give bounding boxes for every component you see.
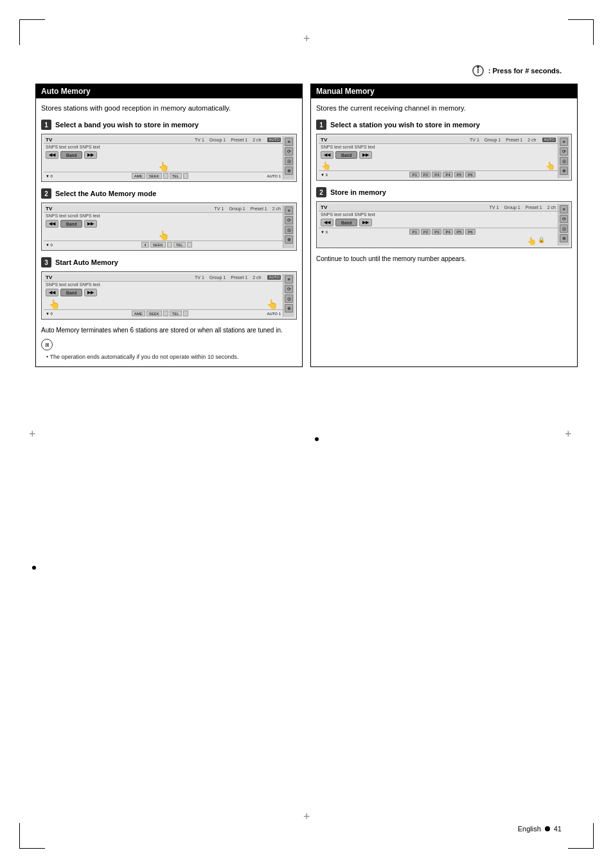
manual-tv-bottom-2: ▼ 3 P1 P2 P3 P4 P5 P6 [319,228,558,235]
manual-memory-step-1: 1 Select a station you wish to store in … [316,120,572,181]
corner-mark-br [568,823,594,849]
step-2-label: Select the Auto Memory mode [55,190,156,197]
manual-tv-presets-2: P1 P2 P3 P4 P5 P6 [329,229,556,235]
tv-main-2: TV TV 1 Group 1 Preset 1 2 ch SNPS text … [44,205,283,248]
side-icon-2b: ⟳ [285,216,293,224]
tv-blank-3 [163,311,168,316]
auto-memory-note-icon-row: ⊞ [41,339,297,350]
tv-next-btn-2[interactable]: ▶▶ [84,220,97,228]
manual-tv-label-1: TV [321,137,327,143]
tv-scroll-1: SNPS text scroll SNPS text [46,145,281,149]
auto-memory-note: Auto Memory terminates when 6 stations a… [41,326,297,335]
manual-tv-band-1[interactable]: Band [335,151,357,159]
manual-tv-band-2[interactable]: Band [335,219,357,226]
manual-preset-p5[interactable]: P5 [454,172,464,177]
auto-memory-step-1: 1 Select a band you wish to store in mem… [41,120,297,182]
manual-touch-hand-1a: 👆 [321,161,331,170]
manual-preset-p1[interactable]: P1 [409,172,419,177]
side-icon-1b: ⟳ [285,147,293,156]
tv-vol-2: ▼ 0 [46,243,53,247]
tv-seek-2[interactable]: SEEK [150,242,166,248]
auto-memory-step-3: 3 Start Auto Memory TV TV 1 Group 1 Pres… [41,257,297,320]
manual-side-2a: ≡ [560,205,568,213]
manual-preset2-p1[interactable]: P1 [409,229,419,235]
manual-preset-p4[interactable]: P4 [443,172,452,177]
manual-tv-prev-2[interactable]: ◀◀ [321,219,333,226]
tv-seek-1[interactable]: SEEK [147,173,162,179]
tv-prev-btn-1[interactable]: ◀◀ [46,151,58,159]
manual-tv-prev-1[interactable]: ◀◀ [321,151,333,159]
corner-mark-tr [568,19,594,45]
manual-tv-header-2: TV TV 1 Group 1 Preset 1 2 ch [319,204,558,212]
manual-preset-p6[interactable]: P6 [465,172,475,177]
tv-info-2d: 2 ch [272,206,281,211]
auto-memory-panel: Auto Memory Stores stations with good re… [35,84,303,367]
tv-label-2: TV [46,206,52,212]
touch-2: 👆 [44,230,283,240]
tv-band-btn-3[interactable]: Band [60,289,82,296]
touch-hand-3b: 👆 [267,299,278,309]
manual-memory-step-2: 2 Store in memory TV TV 1 Group 1 Preset… [316,187,572,248]
auto-memory-step-1-header: 1 Select a band you wish to store in mem… [41,120,297,130]
page-language: English [518,825,541,833]
manual-memory-step-1-tv: TV TV 1 Group 1 Preset 1 2 ch AUTO SNPS … [316,134,572,181]
tv-info-1b: Group 1 [209,138,226,142]
tv-next-btn-3[interactable]: ▶▶ [84,289,97,296]
tv-tel-3[interactable]: TEL [170,311,182,316]
tv-info-3: TV 1 Group 1 Preset 1 2 ch AUTO [195,275,281,280]
tv-auto-1: AUTO 1 [267,174,281,178]
page-number: 41 [554,825,562,833]
tv-band-btn-2[interactable]: Band [60,220,82,228]
press-instruction-text: : Press for # seconds. [488,67,562,75]
side-icon-1a: ≡ [285,138,293,146]
manual-side-1c: ◎ [560,157,568,165]
tv-bottom-3: ▼ 0 AME SEEK TEL AUTO 1 [44,309,283,317]
tv-tel-1[interactable]: TEL [170,173,182,179]
manual-preset2-p3[interactable]: P3 [432,229,441,235]
manual-preset2-p4[interactable]: P4 [443,229,452,235]
crosshair-top [306,39,319,51]
manual-touch-hand-2: 👆 [527,237,537,246]
tv-ame-1[interactable]: AME [132,173,145,179]
auto-memory-title: Auto Memory [41,87,91,96]
side-icon-1d: ⊕ [285,167,293,175]
manual-preset2-p5[interactable]: P5 [454,229,464,235]
tv-next-btn-1[interactable]: ▶▶ [84,151,97,159]
tv-header-2: TV TV 1 Group 1 Preset 1 2 ch [44,205,283,213]
manual-preset2-p6[interactable]: P6 [465,229,475,235]
manual-tv-info-2b: Group 1 [504,205,520,210]
touch-hand-3a: 👆 [49,299,60,309]
manual-memory-panel: Manual Memory Stores the current receivi… [310,84,578,367]
manual-tv-vol-1: ▼ 3 [321,173,328,177]
manual-memory-desc: Stores the current receiving channel in … [316,104,572,113]
tv-prev-btn-2[interactable]: ◀◀ [46,220,58,228]
tv-bottom-2: ▼ 0 4 SEEK TEL [44,240,283,248]
tv-side-2: ≡ ⟳ ◎ ⊕ [283,205,294,248]
press-icon [472,64,484,77]
tv-band-btn-1[interactable]: Band [60,151,82,159]
manual-tv-side-2: ≡ ⟳ ◎ ⊕ [558,204,569,246]
manual-tv-next-1[interactable]: ▶▶ [359,151,372,159]
page-footer: English 41 [518,825,562,833]
manual-tv-info-1d: 2 ch [528,138,536,142]
tv-info-2: TV 1 Group 1 Preset 1 2 ch [215,206,281,211]
manual-tv-next-2[interactable]: ▶▶ [359,219,372,226]
manual-memory-note: Continue to touch until the memory numbe… [316,255,572,264]
tv-ame-2[interactable]: 4 [141,242,148,248]
tv-extra-3 [183,311,188,316]
manual-preset-p3[interactable]: P3 [432,172,441,177]
manual-touch-2: 👆 🔒 [319,237,558,246]
side-icon-1c: ◎ [285,157,293,165]
tv-extra-2 [187,242,192,248]
manual-preset2-p2[interactable]: P2 [421,229,431,235]
manual-memory-body: Stores the current receiving channel in … [311,98,577,269]
tv-seek-3[interactable]: SEEK [147,311,162,316]
tv-presets-2: 4 SEEK TEL [54,242,280,248]
manual-memory-header: Manual Memory [311,84,577,98]
tv-ame-3[interactable]: AME [132,311,145,316]
tv-prev-btn-3[interactable]: ◀◀ [46,289,58,296]
tv-tel-2[interactable]: TEL [173,242,186,248]
tv-auto-3: AUTO 1 [267,312,281,316]
tv-presets-1: AME SEEK TEL [54,173,265,179]
manual-preset-p2[interactable]: P2 [421,172,431,177]
